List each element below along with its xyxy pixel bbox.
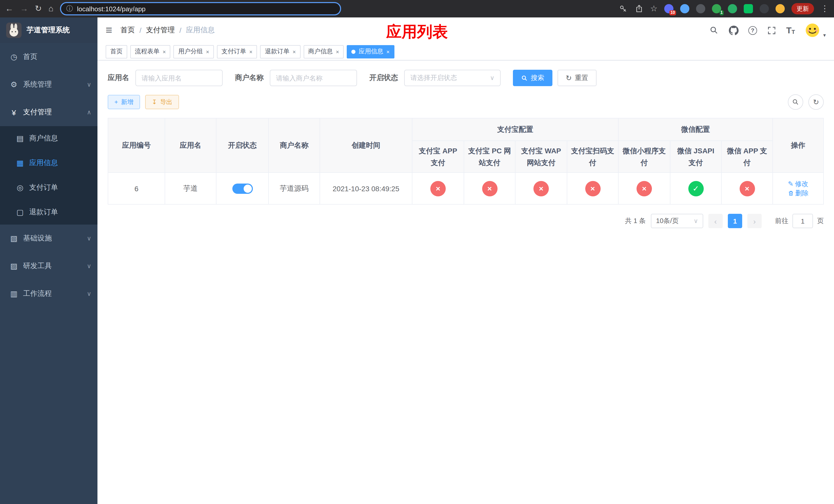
table-row: 6 芋道 芋道源码 2021-10-23 08:49:25 × × × × × … xyxy=(108,173,824,204)
extension-icon-8[interactable] xyxy=(775,4,785,13)
home-icon[interactable]: ⌂ xyxy=(48,5,53,13)
site-info-icon[interactable]: ⓘ xyxy=(66,4,73,13)
col-wx-app: 微信 APP 支付 xyxy=(721,141,773,173)
extension-icon-5[interactable] xyxy=(728,4,737,13)
breadcrumb-section[interactable]: 支付管理 xyxy=(146,26,175,35)
filter-form: 应用名 商户名称 开启状态 请选择开启状态 ∨ xyxy=(108,70,824,86)
add-button-label: 新增 xyxy=(121,98,133,107)
delete-link[interactable]: 删除 xyxy=(788,188,809,198)
bookmark-star-icon[interactable]: ☆ xyxy=(650,5,658,13)
fullscreen-icon[interactable] xyxy=(767,25,776,35)
sidebar-item-app-info[interactable]: ▦ 应用信息 xyxy=(0,151,97,175)
chevron-down-icon: ∨ xyxy=(87,81,91,88)
export-button-label: 导出 xyxy=(160,98,172,107)
table-toolbar: + 新增 ↧ 导出 ↻ xyxy=(108,94,824,110)
goto-prefix: 前往 xyxy=(775,216,788,226)
status-label: 开启状态 xyxy=(369,73,398,83)
tab-merchant-info[interactable]: 商户信息 × xyxy=(304,45,344,58)
tab-label: 支付订单 xyxy=(222,47,246,56)
tabs-bar: 首页 流程表单 × 用户分组 × 支付订单 × 退款订单 × xyxy=(97,43,834,61)
font-size-icon[interactable]: TT xyxy=(786,26,795,35)
caret-down-icon[interactable]: ▾ xyxy=(823,32,826,38)
goto-page-input[interactable] xyxy=(792,214,813,228)
chevron-down-icon: ∨ xyxy=(87,290,91,297)
help-icon[interactable]: ? xyxy=(748,26,757,35)
github-icon[interactable] xyxy=(729,25,739,35)
refresh-table-button[interactable]: ↻ xyxy=(808,94,824,110)
back-icon[interactable]: ← xyxy=(5,5,13,13)
tab-pay-orders[interactable]: 支付订单 × xyxy=(217,45,257,58)
sidebar-item-infrastructure[interactable]: ▧ 基础设施 ∨ xyxy=(0,225,97,252)
current-page-button[interactable]: 1 xyxy=(728,214,742,228)
card-icon: ▤ xyxy=(15,134,25,143)
apps-table: 应用编号 应用名 开启状态 商户名称 创建时间 支付宝配置 微信配置 操作 支付… xyxy=(108,118,824,205)
close-icon[interactable]: × xyxy=(293,48,296,54)
sidebar-collapse-icon[interactable]: ≡ xyxy=(106,25,112,36)
tab-process-form[interactable]: 流程表单 × xyxy=(130,45,171,58)
forward-icon[interactable]: → xyxy=(20,5,28,13)
status-select-placeholder: 请选择开启状态 xyxy=(410,73,457,83)
user-avatar[interactable] xyxy=(805,23,820,38)
key-icon[interactable] xyxy=(618,4,628,13)
sidebar-item-refund-orders[interactable]: ▢ 退款订单 xyxy=(0,200,97,225)
reload-icon[interactable]: ↻ xyxy=(35,5,42,13)
sidebar-item-payment[interactable]: ¥ 支付管理 ∧ xyxy=(0,98,97,126)
col-wx-jsapi: 微信 JSAPI 支付 xyxy=(670,141,721,173)
tab-user-group[interactable]: 用户分组 × xyxy=(174,45,214,58)
tab-label: 商户信息 xyxy=(308,47,333,56)
close-icon[interactable]: × xyxy=(249,48,253,54)
sidebar-item-workflow[interactable]: ▥ 工作流程 ∨ xyxy=(0,280,97,307)
chevron-down-icon: ∨ xyxy=(87,235,91,242)
reset-button[interactable]: ↻ 重置 xyxy=(557,70,596,86)
status-select[interactable]: 请选择开启状态 ∨ xyxy=(404,70,501,86)
page-size-value: 10条/页 xyxy=(656,216,679,226)
extension-icon-2[interactable] xyxy=(680,4,689,13)
status-toggle[interactable] xyxy=(232,183,253,193)
update-button[interactable]: 更新 xyxy=(791,3,814,14)
enabled-icon: ✓ xyxy=(688,181,703,196)
edit-link[interactable]: ✎修改 xyxy=(788,179,808,188)
page-content: 应用名 商户名称 开启状态 请选择开启状态 ∨ xyxy=(97,61,834,504)
close-icon[interactable]: × xyxy=(386,48,390,54)
search-button[interactable]: 搜索 xyxy=(513,70,552,86)
page-size-select[interactable]: 10条/页 ∨ xyxy=(651,214,703,228)
breadcrumb-home[interactable]: 首页 xyxy=(120,26,135,35)
close-icon[interactable]: × xyxy=(336,48,339,54)
close-icon[interactable]: × xyxy=(206,48,209,54)
prev-page-button[interactable]: ‹ xyxy=(708,214,723,228)
col-group-wechat: 微信配置 xyxy=(618,118,773,141)
sidebar-item-merchant-info[interactable]: ▤ 商户信息 xyxy=(0,126,97,151)
address-bar[interactable]: ⓘ localhost:1024/pay/app xyxy=(60,2,341,15)
merchant-name-input[interactable] xyxy=(270,70,357,86)
sidebar-logo[interactable]: 芋道管理系统 xyxy=(0,18,97,43)
export-button[interactable]: ↧ 导出 xyxy=(145,95,179,109)
close-icon[interactable]: × xyxy=(162,48,166,54)
extension-icon-7[interactable] xyxy=(760,4,769,13)
share-icon[interactable] xyxy=(634,4,643,13)
breadcrumb: 首页 / 支付管理 / 应用信息 xyxy=(120,26,215,35)
cell-create-time: 2021-10-23 08:49:25 xyxy=(320,173,412,204)
extension-icon-3[interactable] xyxy=(696,4,705,13)
gear-icon: ⚙ xyxy=(9,80,19,89)
sidebar-item-label: 退款订单 xyxy=(29,208,58,217)
extension-icon-4[interactable]: 1 xyxy=(712,4,721,13)
extension-icon-6[interactable] xyxy=(744,4,753,13)
extension-icon-1[interactable]: 10 xyxy=(664,4,674,13)
browser-menu-icon[interactable]: ⋮ xyxy=(821,5,829,13)
app-name-input[interactable] xyxy=(135,70,223,86)
search-icon[interactable] xyxy=(709,25,719,35)
tab-app-info[interactable]: 应用信息 × xyxy=(347,45,394,58)
sidebar-item-label: 支付管理 xyxy=(23,108,52,117)
toggle-search-button[interactable] xyxy=(788,94,803,110)
col-alipay-pc: 支付宝 PC 网站支付 xyxy=(464,141,515,173)
tab-refund-orders[interactable]: 退款订单 × xyxy=(260,45,301,58)
next-page-button[interactable]: › xyxy=(747,214,762,228)
sidebar-item-dev-tools[interactable]: ▨ 研发工具 ∨ xyxy=(0,252,97,280)
chevron-up-icon: ∧ xyxy=(87,109,91,116)
sidebar-item-pay-orders[interactable]: ◎ 支付订单 xyxy=(0,175,97,200)
cell-app-id: 6 xyxy=(108,173,165,204)
sidebar-item-home[interactable]: ◷ 首页 xyxy=(0,43,97,71)
sidebar-item-system[interactable]: ⚙ 系统管理 ∨ xyxy=(0,71,97,98)
add-button[interactable]: + 新增 xyxy=(108,95,140,109)
tab-home[interactable]: 首页 xyxy=(106,45,127,58)
